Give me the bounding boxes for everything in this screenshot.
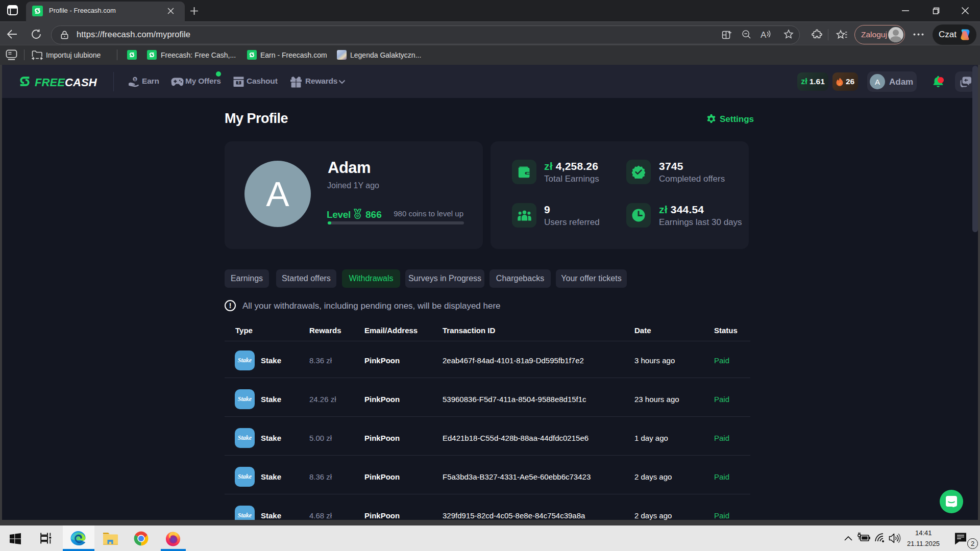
svg-text:A: A bbox=[761, 30, 767, 39]
svg-text:$: $ bbox=[134, 77, 136, 82]
svg-text:$: $ bbox=[238, 81, 240, 85]
